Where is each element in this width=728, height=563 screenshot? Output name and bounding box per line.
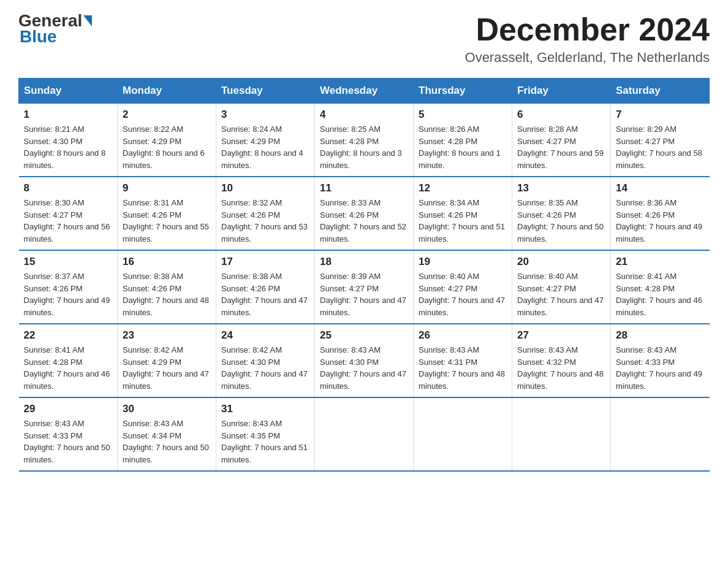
day-number: 16 [123,256,211,268]
day-info: Sunrise: 8:42 AM Sunset: 4:29 PM Dayligh… [123,344,211,392]
header-row: Sunday Monday Tuesday Wednesday Thursday… [19,79,710,104]
calendar-cell: 6 Sunrise: 8:28 AM Sunset: 4:27 PM Dayli… [512,104,611,177]
logo: General Blue [18,12,92,47]
day-number: 10 [221,182,309,194]
day-number: 8 [24,182,113,194]
day-info: Sunrise: 8:34 AM Sunset: 4:26 PM Dayligh… [419,197,507,245]
header-thursday: Thursday [414,79,512,104]
day-info: Sunrise: 8:26 AM Sunset: 4:28 PM Dayligh… [419,123,507,171]
calendar-cell: 2 Sunrise: 8:22 AM Sunset: 4:29 PM Dayli… [118,104,216,177]
day-info: Sunrise: 8:21 AM Sunset: 4:30 PM Dayligh… [24,123,113,171]
title-section: December 2024 Overasselt, Gelderland, Th… [465,12,710,66]
day-number: 26 [419,329,507,342]
calendar-cell: 25 Sunrise: 8:43 AM Sunset: 4:30 PM Dayl… [315,324,414,397]
day-number: 19 [419,256,507,268]
calendar-week-row: 22 Sunrise: 8:41 AM Sunset: 4:28 PM Dayl… [19,324,710,397]
day-number: 28 [616,329,705,342]
day-info: Sunrise: 8:43 AM Sunset: 4:33 PM Dayligh… [616,344,705,392]
calendar-cell: 20 Sunrise: 8:40 AM Sunset: 4:27 PM Dayl… [512,250,611,324]
day-info: Sunrise: 8:41 AM Sunset: 4:28 PM Dayligh… [616,270,705,318]
calendar-week-row: 29 Sunrise: 8:43 AM Sunset: 4:33 PM Dayl… [19,397,710,471]
calendar-cell: 3 Sunrise: 8:24 AM Sunset: 4:29 PM Dayli… [216,104,315,177]
day-number: 7 [616,109,705,121]
calendar-cell [414,397,512,471]
calendar-week-row: 1 Sunrise: 8:21 AM Sunset: 4:30 PM Dayli… [19,104,710,177]
calendar-cell: 1 Sunrise: 8:21 AM Sunset: 4:30 PM Dayli… [19,104,118,177]
day-number: 20 [517,256,605,268]
calendar-cell: 17 Sunrise: 8:38 AM Sunset: 4:26 PM Dayl… [216,250,315,324]
calendar-table: Sunday Monday Tuesday Wednesday Thursday… [18,78,710,472]
day-info: Sunrise: 8:31 AM Sunset: 4:26 PM Dayligh… [123,197,211,245]
day-number: 24 [221,329,309,342]
day-info: Sunrise: 8:40 AM Sunset: 4:27 PM Dayligh… [517,270,605,318]
day-number: 27 [517,329,605,342]
calendar-week-row: 8 Sunrise: 8:30 AM Sunset: 4:27 PM Dayli… [19,177,710,250]
calendar-cell: 12 Sunrise: 8:34 AM Sunset: 4:26 PM Dayl… [414,177,512,250]
day-number: 14 [616,182,705,194]
header-monday: Monday [118,79,216,104]
calendar-cell: 18 Sunrise: 8:39 AM Sunset: 4:27 PM Dayl… [315,250,414,324]
day-info: Sunrise: 8:33 AM Sunset: 4:26 PM Dayligh… [320,197,408,245]
calendar-cell: 16 Sunrise: 8:38 AM Sunset: 4:26 PM Dayl… [118,250,216,324]
calendar-week-row: 15 Sunrise: 8:37 AM Sunset: 4:26 PM Dayl… [19,250,710,324]
calendar-cell [512,397,611,471]
calendar-cell: 24 Sunrise: 8:42 AM Sunset: 4:30 PM Dayl… [216,324,315,397]
calendar-cell: 9 Sunrise: 8:31 AM Sunset: 4:26 PM Dayli… [118,177,216,250]
calendar-cell: 7 Sunrise: 8:29 AM Sunset: 4:27 PM Dayli… [611,104,710,177]
calendar-cell [611,397,710,471]
calendar-cell: 22 Sunrise: 8:41 AM Sunset: 4:28 PM Dayl… [19,324,118,397]
calendar-cell: 19 Sunrise: 8:40 AM Sunset: 4:27 PM Dayl… [414,250,512,324]
day-number: 29 [24,403,113,415]
day-number: 1 [24,109,113,121]
header-saturday: Saturday [611,79,710,104]
calendar-cell: 10 Sunrise: 8:32 AM Sunset: 4:26 PM Dayl… [216,177,315,250]
calendar-cell: 28 Sunrise: 8:43 AM Sunset: 4:33 PM Dayl… [611,324,710,397]
calendar-cell: 15 Sunrise: 8:37 AM Sunset: 4:26 PM Dayl… [19,250,118,324]
header-tuesday: Tuesday [216,79,315,104]
logo-arrow-icon [83,15,92,26]
month-title: December 2024 [465,12,710,47]
day-info: Sunrise: 8:37 AM Sunset: 4:26 PM Dayligh… [24,270,113,318]
day-number: 31 [221,403,309,415]
day-info: Sunrise: 8:38 AM Sunset: 4:26 PM Dayligh… [221,270,309,318]
day-info: Sunrise: 8:29 AM Sunset: 4:27 PM Dayligh… [616,123,705,171]
day-number: 25 [320,329,408,342]
day-info: Sunrise: 8:35 AM Sunset: 4:26 PM Dayligh… [517,197,605,245]
calendar-cell: 29 Sunrise: 8:43 AM Sunset: 4:33 PM Dayl… [19,397,118,471]
calendar-cell: 13 Sunrise: 8:35 AM Sunset: 4:26 PM Dayl… [512,177,611,250]
day-number: 11 [320,182,408,194]
day-number: 13 [517,182,605,194]
calendar-cell: 5 Sunrise: 8:26 AM Sunset: 4:28 PM Dayli… [414,104,512,177]
day-info: Sunrise: 8:43 AM Sunset: 4:32 PM Dayligh… [517,344,605,392]
day-info: Sunrise: 8:38 AM Sunset: 4:26 PM Dayligh… [123,270,211,318]
calendar-cell: 4 Sunrise: 8:25 AM Sunset: 4:28 PM Dayli… [315,104,414,177]
header-sunday: Sunday [19,79,118,104]
day-info: Sunrise: 8:43 AM Sunset: 4:35 PM Dayligh… [221,418,309,465]
calendar-header: Sunday Monday Tuesday Wednesday Thursday… [19,79,710,104]
day-info: Sunrise: 8:22 AM Sunset: 4:29 PM Dayligh… [123,123,211,171]
day-info: Sunrise: 8:41 AM Sunset: 4:28 PM Dayligh… [24,344,113,392]
calendar-cell: 31 Sunrise: 8:43 AM Sunset: 4:35 PM Dayl… [216,397,315,471]
day-info: Sunrise: 8:43 AM Sunset: 4:33 PM Dayligh… [24,418,113,465]
day-number: 12 [419,182,507,194]
day-info: Sunrise: 8:39 AM Sunset: 4:27 PM Dayligh… [320,270,408,318]
day-number: 9 [123,182,211,194]
header-friday: Friday [512,79,611,104]
day-number: 4 [320,109,408,121]
day-number: 21 [616,256,705,268]
calendar-cell: 26 Sunrise: 8:43 AM Sunset: 4:31 PM Dayl… [414,324,512,397]
day-number: 5 [419,109,507,121]
page-header: General Blue December 2024 Overasselt, G… [18,12,710,66]
day-number: 18 [320,256,408,268]
day-info: Sunrise: 8:25 AM Sunset: 4:28 PM Dayligh… [320,123,408,171]
day-number: 6 [517,109,605,121]
day-info: Sunrise: 8:32 AM Sunset: 4:26 PM Dayligh… [221,197,309,245]
calendar-cell: 8 Sunrise: 8:30 AM Sunset: 4:27 PM Dayli… [19,177,118,250]
day-info: Sunrise: 8:42 AM Sunset: 4:30 PM Dayligh… [221,344,309,392]
day-info: Sunrise: 8:30 AM Sunset: 4:27 PM Dayligh… [24,197,113,245]
calendar-cell: 11 Sunrise: 8:33 AM Sunset: 4:26 PM Dayl… [315,177,414,250]
location-title: Overasselt, Gelderland, The Netherlands [465,50,710,66]
day-number: 2 [123,109,211,121]
calendar-cell: 14 Sunrise: 8:36 AM Sunset: 4:26 PM Dayl… [611,177,710,250]
day-number: 22 [24,329,113,342]
